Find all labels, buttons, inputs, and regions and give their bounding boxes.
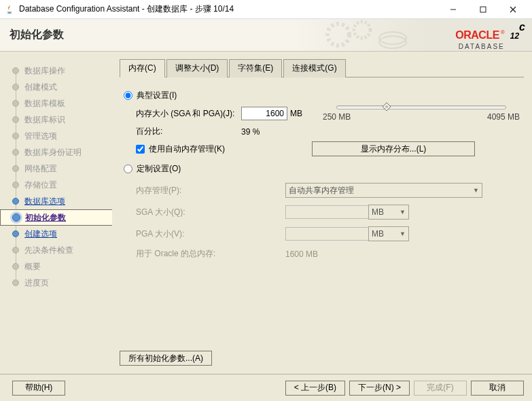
footer: 帮助(H) < 上一步(B) 下一步(N) > 完成(F) 取消 xyxy=(0,374,532,401)
sga-unit-select: MB▼ xyxy=(368,205,409,220)
titlebar: Database Configuration Assistant - 创建数据库… xyxy=(0,0,532,19)
step-db-options[interactable]: 数据库选项 xyxy=(0,193,111,209)
tab-sizing[interactable]: 调整大小(D) xyxy=(166,59,228,77)
step-summary: 概要 xyxy=(0,258,111,275)
chevron-down-icon: ▼ xyxy=(473,187,479,194)
close-button[interactable] xyxy=(498,0,528,19)
pga-spinner: ▲▼ xyxy=(285,227,364,241)
svg-rect-1 xyxy=(480,7,486,12)
mem-mgmt-label: 内存管理(P): xyxy=(136,185,241,196)
percent-value: 39 % xyxy=(241,127,260,137)
main-panel: 内存(C) 调整大小(D) 字符集(E) 连接模式(G) 典型设置(I) 内存大… xyxy=(111,52,532,374)
percent-label: 百分比: xyxy=(136,126,241,137)
amm-label: 使用自动内存管理(K) xyxy=(149,143,312,155)
step-db-operation: 数据库操作 xyxy=(0,63,111,79)
sga-label: SGA 大小(Q): xyxy=(136,207,241,218)
tabs: 内存(C) 调整大小(D) 字符集(E) 连接模式(G) xyxy=(120,58,524,77)
help-button[interactable]: 帮助(H) xyxy=(12,381,65,396)
tab-memory[interactable]: 内存(C) xyxy=(120,59,165,77)
oracle-logo: ORACLE® DATABASE 12c xyxy=(455,19,525,51)
step-create-mode: 创建模式 xyxy=(0,79,111,95)
java-icon xyxy=(4,4,15,15)
gears-decoration xyxy=(321,18,416,52)
tab-charset[interactable]: 字符集(E) xyxy=(229,59,282,77)
page-title: 初始化参数 xyxy=(0,28,64,42)
show-memory-dist-button[interactable]: 显示内存分布...(L) xyxy=(312,141,475,156)
slider-thumb-icon[interactable] xyxy=(381,101,392,112)
step-init-params[interactable]: 初始化参数 xyxy=(0,209,112,226)
step-network: 网络配置 xyxy=(0,160,111,177)
next-button[interactable]: 下一步(N) > xyxy=(349,381,410,396)
mem-size-label: 内存大小 (SGA 和 PGA)(J): xyxy=(136,108,241,120)
finish-button: 完成(F) xyxy=(414,381,467,396)
window-title: Database Configuration Assistant - 创建数据库… xyxy=(19,3,438,15)
memory-panel: 典型设置(I) 内存大小 (SGA 和 PGA)(J): MB 250 MB 4 xyxy=(120,77,524,272)
total-mem-label: 用于 Oracle 的总内存: xyxy=(136,248,285,260)
mem-size-input[interactable] xyxy=(241,107,287,120)
back-button[interactable]: < 上一步(B) xyxy=(285,381,345,396)
svg-point-5 xyxy=(354,22,370,38)
step-progress: 进度页 xyxy=(0,275,111,291)
maximize-button[interactable] xyxy=(468,0,498,19)
pga-label: PGA 大小(V): xyxy=(136,228,241,240)
step-db-ident: 数据库标识 xyxy=(0,111,111,128)
mem-mgmt-select: 自动共享内存管理 ▼ xyxy=(285,183,482,198)
all-init-params-button[interactable]: 所有初始化参数...(A) xyxy=(120,351,212,366)
minimize-button[interactable] xyxy=(438,0,468,19)
mem-slider[interactable]: 250 MB 4095 MB xyxy=(323,105,520,122)
step-create-options[interactable]: 创建选项 xyxy=(0,226,111,242)
step-db-cred: 数据库身份证明 xyxy=(0,144,111,160)
step-mgmt-options: 管理选项 xyxy=(0,128,111,144)
custom-label: 定制设置(O) xyxy=(137,163,181,175)
step-db-template: 数据库模板 xyxy=(0,95,111,111)
custom-radio[interactable] xyxy=(124,164,132,173)
amm-checkbox[interactable] xyxy=(136,145,145,154)
header: 初始化参数 ORACLE® DATABASE 12c xyxy=(0,19,532,52)
svg-point-4 xyxy=(327,24,349,46)
cancel-button[interactable]: 取消 xyxy=(471,381,524,396)
total-mem-value: 1600 MB xyxy=(285,249,318,259)
step-storage: 存储位置 xyxy=(0,177,111,193)
pga-unit-select: MB▼ xyxy=(368,226,409,241)
steps-sidebar: 数据库操作 创建模式 数据库模板 数据库标识 管理选项 数据库身份证明 网络配置… xyxy=(0,52,111,374)
step-prereq: 先决条件检查 xyxy=(0,242,111,258)
typical-radio[interactable] xyxy=(124,91,132,100)
svg-point-9 xyxy=(385,105,388,108)
typical-label: 典型设置(I) xyxy=(137,90,177,101)
tab-connmode[interactable]: 连接模式(G) xyxy=(283,59,345,77)
sga-spinner: ▲▼ xyxy=(285,205,364,219)
